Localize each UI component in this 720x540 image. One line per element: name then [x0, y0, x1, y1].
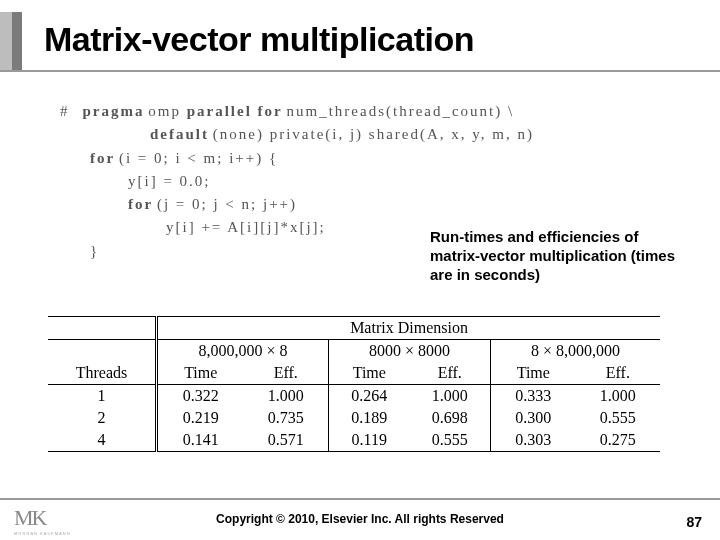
copyright-text: Copyright © 2010, Elsevier Inc. All righ…	[0, 512, 720, 526]
table-cell: 0.275	[576, 429, 660, 452]
table-cell: 0.571	[243, 429, 328, 452]
code-keyword: pragma	[83, 103, 145, 119]
table-cell: 0.333	[490, 385, 575, 408]
table-cell: 1	[48, 385, 157, 408]
col-sub: Time	[329, 362, 410, 385]
table-caption: Run-times and efficiencies of matrix-vec…	[430, 228, 680, 284]
table-cell: 0.735	[243, 407, 328, 429]
code-keyword: for	[90, 150, 115, 166]
code-text: (none) private(i, j) shared(A, x, y, m, …	[213, 126, 534, 142]
col-sub: Eff.	[410, 362, 491, 385]
table-cell: 0.300	[490, 407, 575, 429]
page-number: 87	[686, 514, 702, 530]
code-line: for (j = 0; j < n; j++)	[60, 193, 660, 216]
table-cell: 0.303	[490, 429, 575, 452]
col-sub: Eff.	[576, 362, 660, 385]
code-text: omp	[148, 103, 186, 119]
table-cell: 0.264	[329, 385, 410, 408]
code-text: (j = 0; j < n; j++)	[157, 196, 297, 212]
table-cell: 1.000	[243, 385, 328, 408]
footer-rule	[0, 498, 720, 500]
code-text: num_threads(thread_count) \	[287, 103, 515, 119]
col-sub: Time	[490, 362, 575, 385]
col-dim: 8,000,000 × 8	[157, 340, 329, 363]
code-line: default (none) private(i, j) shared(A, x…	[60, 123, 660, 146]
code-keyword: default	[150, 126, 209, 142]
table-cell: 0.141	[157, 429, 244, 452]
col-threads: Threads	[48, 362, 157, 385]
code-line: y[i] = 0.0;	[60, 170, 660, 193]
col-sub: Eff.	[243, 362, 328, 385]
code-text: (i = 0; i < m; i++) {	[119, 150, 278, 166]
accent-block-light	[0, 12, 12, 70]
table-cell: 2	[48, 407, 157, 429]
table-cell: 0.698	[410, 407, 491, 429]
table-cell: 0.322	[157, 385, 244, 408]
title-underline	[0, 70, 720, 72]
page-title: Matrix-vector multiplication	[44, 20, 474, 59]
col-sub: Time	[157, 362, 244, 385]
code-line: # pragma omp parallel for num_threads(th…	[60, 100, 660, 123]
table-cell: 0.189	[329, 407, 410, 429]
results-table: Matrix Dimension 8,000,000 × 8 8000 × 80…	[48, 316, 660, 452]
code-line: for (i = 0; i < m; i++) {	[60, 147, 660, 170]
table-cell: 0.555	[576, 407, 660, 429]
code-keyword: parallel for	[187, 103, 283, 119]
table-superheader: Matrix Dimension	[157, 317, 660, 340]
table-cell: 0.119	[329, 429, 410, 452]
col-dim: 8 × 8,000,000	[490, 340, 660, 363]
slide: Matrix-vector multiplication # pragma om…	[0, 0, 720, 540]
footer: MK MORGAN KAUFMANN Copyright © 2010, Els…	[0, 498, 720, 540]
col-dim: 8000 × 8000	[329, 340, 491, 363]
code-hash: #	[60, 103, 68, 119]
table-cell: 1.000	[410, 385, 491, 408]
logo-subtext: MORGAN KAUFMANN	[14, 531, 71, 536]
code-keyword: for	[128, 196, 153, 212]
table-cell: 1.000	[576, 385, 660, 408]
table-cell: 4	[48, 429, 157, 452]
table-cell: 0.219	[157, 407, 244, 429]
table-cell: 0.555	[410, 429, 491, 452]
